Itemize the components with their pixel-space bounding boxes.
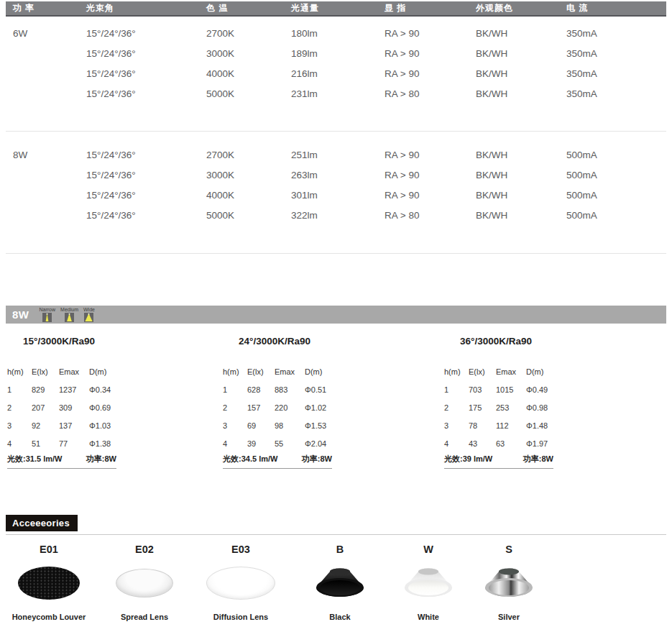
accessory-code: W: [423, 544, 433, 555]
photometric-cell: 55: [275, 434, 305, 452]
photometric-table-title: 24°/3000K/Ra90: [239, 336, 381, 347]
spec-cell-beam-angle: 15°/24°/36°: [86, 210, 206, 221]
spec-group-8w: 8W15°/24°/36°2700K251lmRA > 90BK/WH500mA…: [6, 145, 666, 225]
photometric-cell: 137: [59, 416, 89, 434]
spec-row: 15°/24°/36°4000K216lmRA > 90BK/WH350mA: [6, 63, 666, 83]
accessories-items: E01Honeycomb LouverE02Spread LensE03Diff…: [6, 544, 666, 628]
photometric-cell: 98: [275, 416, 305, 434]
spec-cell-beam-angle: 15°/24°/36°: [86, 170, 206, 180]
photometric-cell: Φ0.34: [89, 380, 126, 398]
photometric-cell: Φ1.02: [305, 398, 342, 416]
photometric-cell: Φ2.04: [305, 434, 342, 452]
lens-diffusion-image: [206, 567, 275, 600]
accessory-name: Spread Lens: [121, 613, 168, 621]
photometric-grid: h(m)E(lx)EmaxD(m)17031015Φ0.492175253Φ0.…: [444, 362, 602, 452]
photometric-footer: 光效:34.5 lm/W功率:8W: [223, 454, 332, 469]
spec-cell-cri: RA > 90: [385, 150, 476, 160]
accessory-image-wrap: [314, 557, 366, 610]
accessory-item: E01Honeycomb Louver: [6, 544, 92, 621]
photometric-cell: 4: [7, 434, 32, 452]
photometric-cell: Φ1.03: [89, 416, 126, 434]
spec-cell-cri: RA > 80: [385, 210, 476, 221]
photometric-col-header: Emax: [275, 362, 305, 380]
spec-cell-current: 350mA: [566, 48, 666, 59]
spec-cell-luminous-flux: 189lm: [291, 48, 385, 59]
col-header-current: 电 流: [566, 2, 666, 14]
photometric-cell: 1015: [496, 380, 526, 398]
photometric-col-header: E(lx): [469, 362, 496, 380]
photometric-table: 36°/3000K/Ra90h(m)E(lx)EmaxD(m)17031015Φ…: [444, 334, 602, 469]
photometric-col-header: E(lx): [247, 362, 275, 380]
accessory-code: E02: [135, 544, 154, 555]
accessory-image-wrap: [402, 557, 454, 610]
medium-beam: Medium: [60, 307, 78, 324]
photometric-cell: 92: [32, 416, 59, 434]
accessory-name: Black: [329, 613, 350, 621]
accessory-item: WWhite: [385, 544, 471, 621]
spec-row: 8W15°/24°/36°2700K251lmRA > 90BK/WH500mA: [6, 145, 666, 165]
photometric-cell: 175: [469, 398, 496, 416]
photometric-table: 15°/3000K/Ra90h(m)E(lx)EmaxD(m)18291237Φ…: [7, 334, 165, 469]
spec-row: 15°/24°/36°4000K301lmRA > 90BK/WH500mA: [6, 185, 666, 205]
photometric-table-title: 15°/3000K/Ra90: [23, 336, 165, 347]
photometric-cell: 3: [223, 416, 247, 434]
photometric-footer: 光效:31.5 lm/W功率:8W: [7, 454, 116, 469]
photometric-cell: Φ0.98: [526, 398, 563, 416]
divider: [6, 534, 666, 535]
col-header-cri: 显 指: [385, 2, 476, 14]
photometric-col-header: D(m): [305, 362, 342, 380]
efficacy-value: 光效:39 lm/W: [444, 454, 492, 464]
silver-reflector-image: [483, 567, 535, 600]
spec-cell-current: 350mA: [566, 68, 666, 79]
photometric-cell: Φ0.51: [305, 380, 342, 398]
photometric-col-header: h(m): [7, 362, 32, 380]
accessory-item: E03Diffusion Lens: [198, 544, 284, 621]
lens-spread-image: [116, 569, 173, 597]
accessory-name: White: [418, 613, 439, 621]
spec-cell-housing-color: BK/WH: [476, 48, 566, 59]
spec-row: 15°/24°/36°3000K263lmRA > 90BK/WH500mA: [6, 165, 666, 185]
spec-cell-housing-color: BK/WH: [476, 190, 566, 201]
spec-cell-color-temp: 2700K: [206, 28, 291, 39]
photometric-cell: 703: [469, 380, 496, 398]
photometric-cell: 112: [496, 416, 526, 434]
photometric-cell: 2: [223, 398, 247, 416]
spec-cell-housing-color: BK/WH: [476, 28, 566, 39]
spec-row: 6W15°/24°/36°2700K180lmRA > 90BK/WH350mA: [6, 23, 666, 43]
photometric-col-header: D(m): [89, 362, 126, 380]
spec-cell-cri: RA > 90: [385, 68, 476, 79]
spec-cell-color-temp: 4000K: [206, 68, 291, 79]
beam-bar-power-label: 8W: [12, 308, 29, 321]
photometric-cell: 63: [496, 434, 526, 452]
spec-cell-color-temp: 3000K: [206, 48, 291, 59]
photometric-col-header: Emax: [496, 362, 526, 380]
spec-cell-luminous-flux: 322lm: [291, 210, 385, 221]
photometric-cell: 4: [444, 434, 469, 452]
beam-icon-label: Wide: [83, 307, 95, 312]
spec-cell-beam-angle: 15°/24°/36°: [86, 28, 206, 39]
photometric-cell: 157: [247, 398, 275, 416]
spec-cell-beam-angle: 15°/24°/36°: [86, 88, 206, 99]
divider: [6, 253, 666, 254]
spec-cell-power: 6W: [13, 28, 86, 39]
spec-cell-beam-angle: 15°/24°/36°: [86, 68, 206, 79]
spec-sheet-page: 功 率 光束角 色 温 光通量 显 指 外观颜色 电 流 6W15°/24°/3…: [0, 0, 672, 632]
spec-cell-current: 500mA: [566, 210, 666, 221]
photometric-cell: Φ0.69: [89, 398, 126, 416]
spec-cell-luminous-flux: 231lm: [291, 88, 385, 99]
spec-cell-color-temp: 4000K: [206, 190, 291, 201]
spec-cell-current: 350mA: [566, 28, 666, 39]
spec-cell-luminous-flux: 263lm: [291, 170, 385, 180]
photometric-col-header: D(m): [526, 362, 563, 380]
photometric-cell: 77: [59, 434, 89, 452]
spec-table-header: 功 率 光束角 色 温 光通量 显 指 外观颜色 电 流: [6, 1, 666, 17]
accessory-item: SSilver: [466, 544, 552, 621]
spec-cell-color-temp: 5000K: [206, 88, 291, 99]
spec-row: 15°/24°/36°3000K189lmRA > 90BK/WH350mA: [6, 43, 666, 63]
photometric-cell: 829: [32, 380, 59, 398]
photometric-cell: 3: [7, 416, 32, 434]
spec-cell-cri: RA > 90: [385, 170, 476, 180]
photometric-grid: h(m)E(lx)EmaxD(m)18291237Φ0.342207309Φ0.…: [7, 362, 165, 452]
narrow-beam-icon: [42, 313, 52, 322]
photometric-cell: 1237: [59, 380, 89, 398]
